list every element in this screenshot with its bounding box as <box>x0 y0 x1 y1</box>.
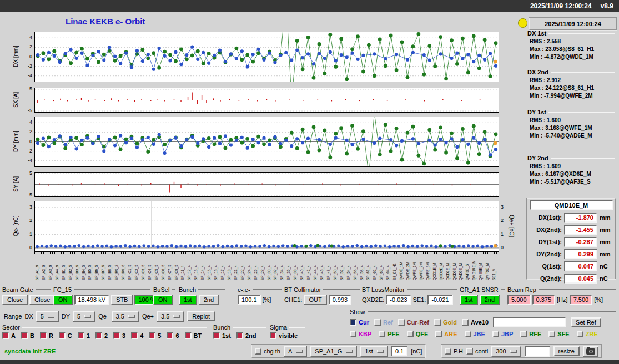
set-ref-button[interactable]: Set Ref <box>571 317 601 327</box>
screenshot-button[interactable] <box>583 346 598 357</box>
show-group: Show CurRefCur-RefGoldAve10 Set Ref KBPP… <box>350 309 616 337</box>
bunch-2nd-button[interactable]: 2nd <box>199 295 219 305</box>
x-axis-label: SP_54_4 <box>347 254 351 280</box>
ph-checkbox[interactable]: P.H <box>445 348 463 355</box>
checkbox-3[interactable]: 3 <box>113 332 125 339</box>
stats-rms: RMS : 1.600 <box>530 117 615 123</box>
checkbox-qfe[interactable]: QFE <box>407 331 429 337</box>
checkbox-1[interactable]: 1 <box>78 332 90 339</box>
conti-checkbox[interactable]: conti <box>466 348 488 355</box>
checkbox-2[interactable]: 2 <box>95 332 108 339</box>
magnet-row: DY(2nd): 0.299 mm <box>530 249 613 259</box>
chg-th-checkbox[interactable]: chg th <box>255 348 280 355</box>
sector-select[interactable]: A <box>284 346 307 357</box>
resize-button[interactable]: resize <box>553 346 580 356</box>
chg-th-label: chg th <box>264 348 280 355</box>
magnet-row-unit: nC <box>600 263 608 270</box>
checkbox-zre[interactable]: ZRE <box>577 331 598 337</box>
x-axis-label: SP_14_4 <box>201 254 205 280</box>
checkbox-r[interactable]: R <box>40 332 53 339</box>
x-axis-label: SP_12_4 <box>188 254 192 280</box>
checkbox-rfe[interactable]: RFE <box>520 331 541 337</box>
checkbox-a[interactable]: A <box>2 332 16 339</box>
se1-value: -0.021 <box>427 295 452 305</box>
checkbox-cur-ref[interactable]: Cur-Ref <box>398 319 429 326</box>
checkbox-5[interactable]: 5 <box>149 332 161 339</box>
checkbox-ref[interactable]: Ref <box>374 319 393 326</box>
checkbox-sfe[interactable]: SFE <box>548 331 569 337</box>
range-dy-label: DY <box>62 313 70 320</box>
bunch-select-group: Bunch 1st 2nd <box>179 286 225 305</box>
checkbox-jbe[interactable]: JBE <box>465 331 485 337</box>
checkbox-c[interactable]: C <box>59 332 72 339</box>
range-dx-select[interactable]: 5 <box>36 311 59 322</box>
checkbox-label: ARE <box>444 331 457 337</box>
ph-label: P.H <box>454 348 463 355</box>
x-axis-label: SP_63_4 <box>380 254 384 280</box>
beam-rep-value-2: 0.375 <box>532 295 556 305</box>
fc15-stb-button[interactable]: STB <box>111 295 133 305</box>
checkbox-label: BT <box>194 332 202 339</box>
y-tick-label: 4 <box>29 119 32 125</box>
x-axis-label: SP_C7_5 <box>168 254 172 280</box>
conti-label: conti <box>475 348 488 355</box>
checkbox-jbp[interactable]: JBP <box>492 331 513 337</box>
checkbox-visible[interactable]: visible <box>270 332 298 339</box>
ref-file-input[interactable] <box>493 317 566 327</box>
che1-out-button[interactable]: OUT <box>304 295 326 305</box>
y-tick-label: 1 <box>501 231 504 237</box>
option-menu-indicator <box>296 350 303 353</box>
busel-on-button[interactable]: ON <box>153 295 173 305</box>
x-axis-label: QXD6E_M <box>453 254 457 280</box>
checkbox-label: Ave10 <box>471 319 489 326</box>
checkbox-gold[interactable]: Gold <box>434 319 457 326</box>
range-qe-minus-select[interactable]: 3.5 <box>112 311 139 322</box>
interval-select[interactable]: 300 <box>491 346 521 357</box>
fc15-on-button[interactable]: ON <box>53 295 73 305</box>
y-tick-label: 0 <box>29 245 32 250</box>
checkbox-6[interactable]: 6 <box>167 332 179 339</box>
checkbox-1st[interactable]: 1st <box>213 332 231 339</box>
checkbox-bt[interactable]: BT <box>185 332 202 339</box>
checkbox-are[interactable]: ARE <box>435 331 457 337</box>
checkbox-pfe[interactable]: PFE <box>379 331 399 337</box>
checkbox-4[interactable]: 4 <box>131 332 143 339</box>
magnet-row: DX(1st): -1.870 mm <box>530 213 613 223</box>
bt-collimator-group: BT Collimator CHE1: OUT 0.993 <box>284 286 360 305</box>
beam-gate-close-1-button[interactable]: Close <box>2 295 28 305</box>
checkbox-ave10[interactable]: Ave10 <box>462 319 489 326</box>
checkbox-2nd[interactable]: 2nd <box>236 332 256 339</box>
range-qe-plus-select[interactable]: 3.5 <box>157 311 184 322</box>
interval-value: 300 <box>496 348 506 355</box>
titlebar-datetime: 2025/11/09 12:00:24 <box>530 2 592 10</box>
y-tick-label: -5 <box>28 192 32 198</box>
magnet-row-unit: mm <box>600 226 611 233</box>
y-tick-label: 0 <box>29 54 32 59</box>
range-dy-select[interactable]: 5 <box>73 311 95 322</box>
range-qe-plus-label: Qe+ <box>142 313 154 320</box>
blank-field[interactable] <box>525 346 550 357</box>
x-axis-label: QAD6E_M <box>459 254 463 280</box>
bunch-1st-button[interactable]: 1st <box>179 295 197 305</box>
checkbox-b[interactable]: B <box>21 332 34 339</box>
x-axis-label: S8_61_H1 <box>393 254 397 280</box>
snsr-1st-button[interactable]: 1st <box>460 295 478 305</box>
bunch-select-title: Bunch <box>179 286 198 293</box>
beam-gate-close-2-button[interactable]: Close <box>29 295 55 305</box>
x-axis-label: QWDE_1M <box>400 254 404 280</box>
x-axis-label: SP_18_4 <box>228 254 232 280</box>
replot-button[interactable]: Replot <box>187 311 215 321</box>
checkbox-kbp[interactable]: KBP <box>350 331 371 337</box>
option-menu-indicator <box>173 315 180 318</box>
snsr-2nd-button[interactable]: 2nd <box>480 295 500 305</box>
x-axis-ticks <box>34 251 498 254</box>
sigma-group: Sigma visible <box>270 324 305 339</box>
bunch-number-select[interactable]: 1st <box>360 346 388 357</box>
option-menu-indicator <box>84 315 91 318</box>
stats-min: Min : -5.740@QAD6E_M <box>530 133 615 139</box>
x-axis-label: QMF9E_M <box>486 254 490 280</box>
checkbox-indicator <box>398 319 405 326</box>
checkbox-cur[interactable]: Cur <box>350 319 369 326</box>
bpm-select[interactable]: SP_A1_G <box>310 346 357 357</box>
option-menu-indicator <box>346 350 353 353</box>
